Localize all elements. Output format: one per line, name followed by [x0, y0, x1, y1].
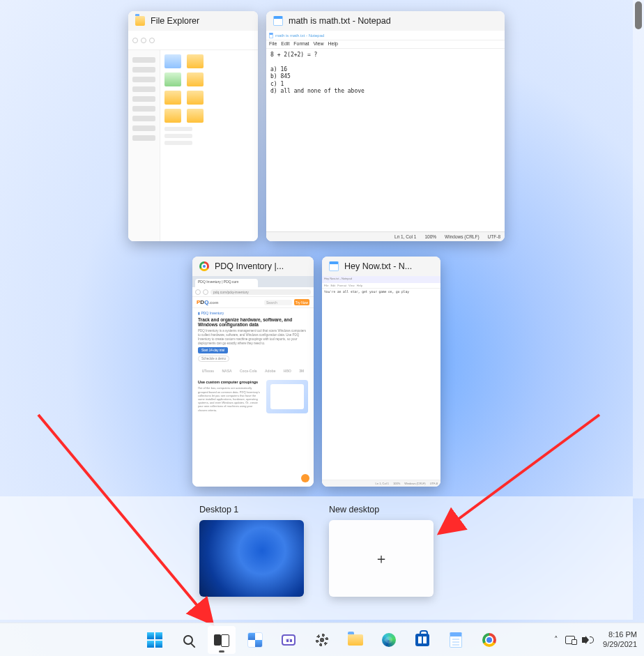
thumb-preview: math is math.txt - Notepad File Edit For…	[266, 31, 505, 241]
chrome-icon	[482, 633, 496, 647]
taskbar-center	[141, 626, 503, 654]
chat-fab-icon	[301, 474, 309, 482]
task-view-scrollbar[interactable]	[633, 0, 644, 498]
thumb-header: File Explorer	[128, 11, 258, 31]
plus-icon: ＋	[374, 549, 388, 568]
settings-button[interactable]	[308, 626, 336, 654]
widgets-icon	[247, 632, 263, 648]
window-thumb-notepad-math[interactable]: math is math.txt - Notepad math is math.…	[266, 11, 505, 241]
thumb-header: Hey Now.txt - N...	[322, 257, 440, 276]
search-icon	[183, 635, 193, 645]
store-icon	[415, 634, 429, 646]
clock-date: 9/29/2021	[603, 640, 637, 649]
taskbar-clock[interactable]: 8:16 PM 9/29/2021	[603, 630, 637, 648]
virtual-desktop-current[interactable]: Desktop 1	[199, 505, 304, 620]
network-icon[interactable]	[565, 636, 575, 644]
system-tray[interactable]: ˄	[554, 635, 593, 645]
chat-icon	[282, 634, 296, 646]
edge-button[interactable]	[375, 626, 403, 654]
thumb-title: PDQ Inventory |...	[215, 261, 284, 271]
file-explorer-button[interactable]	[342, 626, 369, 654]
notepad-status-bar: Ln 1, Col 1 100% Windows (CRLF) UTF-8	[266, 231, 505, 241]
thumb-preview: PDQ Inventory | PDQ.com pdq.com/pdq-inve…	[192, 276, 314, 487]
thumb-preview: Hey Now.txt - Notepad File Edit Format V…	[322, 276, 440, 487]
notepad-text: 8 + 2(2+2) = ? a) 16 b) 845 c) 1 d) all …	[266, 49, 505, 98]
widgets-button[interactable]	[241, 626, 269, 654]
folder-icon	[135, 16, 145, 26]
task-view-icon	[214, 634, 229, 646]
gear-icon	[315, 633, 329, 647]
window-thumb-chrome-pdq[interactable]: PDQ Inventory |... PDQ Inventory | PDQ.c…	[192, 257, 314, 487]
store-button[interactable]	[408, 626, 436, 654]
notepad-icon	[273, 16, 283, 26]
taskbar-right: ˄ 8:16 PM 9/29/2021	[554, 630, 637, 648]
notepad-icon	[329, 261, 339, 271]
task-view-button[interactable]	[208, 626, 236, 654]
chat-button[interactable]	[275, 626, 302, 654]
task-view-area: File Explorer	[0, 0, 633, 496]
thumb-title: File Explorer	[151, 16, 199, 26]
taskbar: ˄ 8:16 PM 9/29/2021	[0, 623, 644, 656]
thumb-header: PDQ Inventory |...	[192, 257, 314, 276]
volume-icon[interactable]	[582, 635, 593, 645]
virtual-desktop-strip: Desktop 1 New desktop ＋	[0, 496, 633, 620]
edge-icon	[382, 633, 396, 647]
vd-label: New desktop	[329, 505, 434, 514]
thumb-preview	[128, 31, 258, 241]
scrollbar-thumb[interactable]	[635, 1, 642, 29]
search-button[interactable]	[174, 626, 202, 654]
vd-new-tile[interactable]: ＋	[329, 520, 434, 597]
notepad-icon	[450, 632, 462, 648]
thumb-header: math is math.txt - Notepad	[266, 11, 505, 31]
vd-thumbnail[interactable]	[199, 520, 304, 597]
virtual-desktop-new[interactable]: New desktop ＋	[329, 505, 434, 620]
notepad-button[interactable]	[442, 626, 470, 654]
chrome-button[interactable]	[475, 626, 503, 654]
folder-icon	[348, 634, 363, 646]
thumb-title: Hey Now.txt - N...	[344, 261, 412, 271]
chrome-icon	[199, 261, 209, 271]
start-button[interactable]	[141, 626, 169, 654]
window-thumb-file-explorer[interactable]: File Explorer	[128, 11, 258, 241]
clock-time: 8:16 PM	[603, 630, 637, 639]
thumb-title: math is math.txt - Notepad	[289, 16, 391, 26]
tray-overflow-icon[interactable]: ˄	[554, 635, 558, 644]
windows-logo-icon	[147, 632, 162, 648]
window-thumb-notepad-heynow[interactable]: Hey Now.txt - N... Hey Now.txt - Notepad…	[322, 257, 440, 487]
vd-label: Desktop 1	[199, 505, 304, 514]
